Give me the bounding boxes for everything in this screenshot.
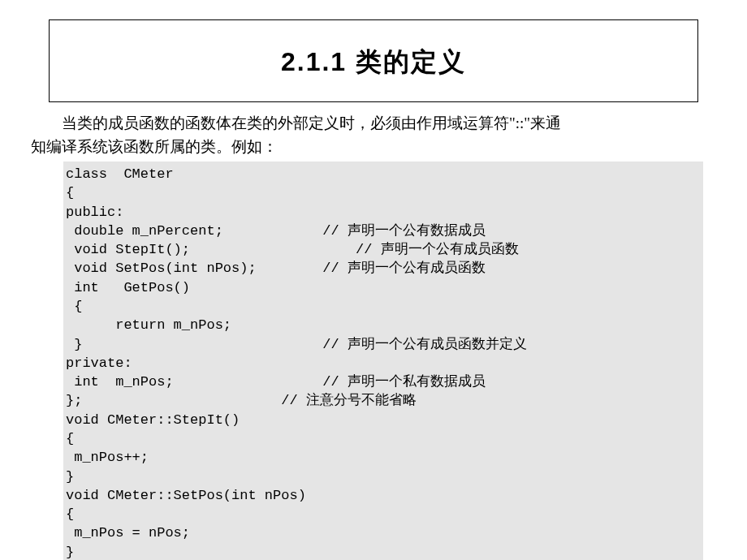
code-line: private:	[66, 354, 703, 373]
code-line: void StepIt(); // 声明一个公有成员函数	[66, 240, 703, 259]
code-line: {	[66, 183, 703, 202]
code-line: void SetPos(int nPos); // 声明一个公有成员函数	[66, 259, 703, 278]
title-box: 2.1.1 类的定义	[49, 19, 698, 102]
code-line: {	[66, 297, 703, 316]
intro-text: 当类的成员函数的函数体在类的外部定义时，必须由作用域运算符"::"来通 知编译系…	[31, 112, 716, 158]
code-line: }	[66, 467, 703, 486]
intro-line-2: 知编译系统该函数所属的类。例如：	[31, 136, 716, 159]
code-line: {	[66, 505, 703, 523]
code-line: double m_nPercent; // 声明一个公有数据成员	[66, 222, 703, 240]
code-line: return m_nPos;	[66, 316, 703, 334]
code-line: {	[66, 429, 703, 448]
page-title: 2.1.1 类的定义	[50, 45, 697, 80]
code-line: }; // 注意分号不能省略	[66, 391, 703, 410]
code-line: m_nPos = nPos;	[66, 523, 703, 542]
code-line: m_nPos++;	[66, 448, 703, 467]
code-block: class CMeter { public: double m_nPercent…	[63, 162, 703, 560]
code-line: void CMeter::StepIt()	[66, 411, 703, 429]
intro-line-1: 当类的成员函数的函数体在类的外部定义时，必须由作用域运算符"::"来通	[31, 112, 716, 136]
code-line: } // 声明一个公有成员函数并定义	[66, 335, 703, 354]
code-line: void CMeter::SetPos(int nPos)	[66, 486, 703, 505]
code-line: int GetPos()	[66, 278, 703, 297]
code-line: }	[66, 543, 703, 560]
code-line: public:	[66, 203, 703, 222]
code-line: class CMeter	[66, 165, 703, 183]
code-line: int m_nPos; // 声明一个私有数据成员	[66, 373, 703, 391]
